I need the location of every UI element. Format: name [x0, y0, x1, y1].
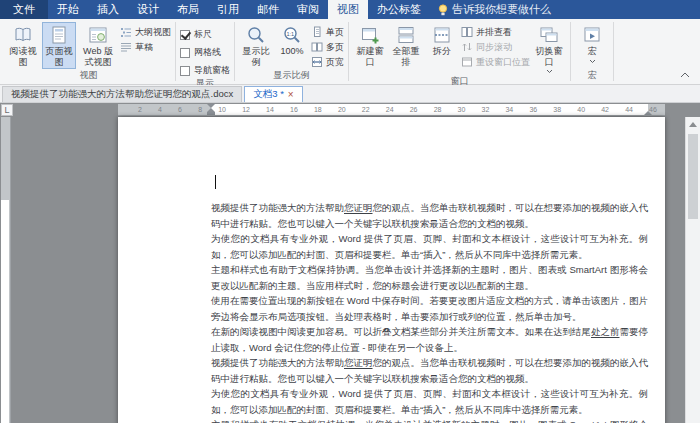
paragraph[interactable]: 使用在需要位置出现的新按钮在 Word 中保存时间。若要更改图片适应文档的方式，… — [211, 293, 648, 324]
navigation-pane-checkbox[interactable]: 导航窗格 — [180, 64, 230, 77]
scrollbar-thumb[interactable] — [688, 134, 698, 219]
multiple-pages-icon — [311, 41, 323, 53]
paragraph[interactable]: 在新的阅读视图中阅读更加容易。可以折叠文档某些部分并关注所需文本。如果在达到结尾… — [211, 324, 648, 355]
ribbon-tab-办公标签[interactable]: 办公标签 — [368, 0, 430, 19]
ruler-number: 22 — [362, 106, 370, 113]
switch-windows-icon — [539, 25, 559, 45]
outline-view-button[interactable]: 大纲视图 — [120, 26, 171, 38]
zoom-100-button[interactable]: 1:1 100% — [275, 22, 309, 69]
ruler-number: 38 — [553, 106, 561, 113]
zoom-icon — [246, 25, 266, 45]
right-indent-marker[interactable] — [644, 111, 652, 115]
show-group: 标尺 网格线 导航窗格 显示 — [176, 19, 234, 84]
gridlines-checkbox-label: 网格线 — [194, 46, 221, 59]
read-mode-label: 阅读视图 — [8, 46, 38, 67]
close-icon[interactable]: × — [288, 90, 294, 100]
views-group: 阅读视图 页面视图 Web 版式视图 — [2, 19, 175, 84]
ribbon-tab-邮件[interactable]: 邮件 — [248, 0, 288, 19]
left-indent-marker[interactable] — [207, 112, 215, 115]
ruler-number: 28 — [434, 106, 442, 113]
ruler-checkbox[interactable]: 标尺 — [180, 28, 230, 41]
doc-tab-label: 文档3 * — [253, 88, 284, 101]
outline-view-icon — [120, 26, 132, 38]
zoom-group: 显示比例 1:1 100% 单页 — [235, 19, 348, 84]
ribbon-tab-布局[interactable]: 布局 — [168, 0, 208, 19]
paragraph[interactable]: 视频提供了功能强大的方法帮助您证明您的观点。当您单击联机视频时，可以在想要添加的… — [211, 355, 648, 386]
ribbon-tab-审阅[interactable]: 审阅 — [288, 0, 328, 19]
paragraph[interactable]: 为使您的文档具有专业外观，Word 提供了页眉、页脚、封面和文本框设计，这些设计… — [211, 231, 648, 262]
vertical-ruler-text-area — [1, 200, 9, 423]
macros-button[interactable]: 宏 — [575, 22, 609, 69]
synchronous-scrolling-button: 同步滚动 — [461, 41, 530, 53]
group-divider — [613, 22, 614, 81]
draft-view-icon — [120, 41, 132, 53]
print-layout-label: 页面视图 — [44, 46, 74, 67]
ribbon-tab-插入[interactable]: 插入 — [88, 0, 128, 19]
paragraph[interactable]: 为使您的文档具有专业外观，Word 提供了页眉、页脚、封面和文本框设计，这些设计… — [211, 386, 648, 417]
ruler-number: 14 — [266, 106, 274, 113]
ribbon-tab-list: 开始插入设计布局引用邮件审阅视图办公标签 — [48, 0, 430, 19]
ruler-checkbox-label: 标尺 — [194, 28, 212, 41]
underlined-text: 处之前 — [591, 326, 620, 337]
gridlines-checkbox[interactable]: 网格线 — [180, 46, 230, 59]
navigation-pane-label: 导航窗格 — [194, 64, 230, 77]
ribbon-tab-引用[interactable]: 引用 — [208, 0, 248, 19]
horizontal-ruler[interactable]: 2468101214161820222426283032343638404244… — [118, 104, 665, 116]
macros-group-label: 宏 — [571, 69, 613, 84]
tell-me-box[interactable]: 告诉我你想要做什么 — [430, 0, 559, 19]
print-layout-button[interactable]: 页面视图 — [42, 22, 76, 69]
ruler-number: 10 — [218, 106, 226, 113]
sync-scrolling-icon — [461, 41, 473, 53]
web-layout-button[interactable]: Web 版式视图 — [78, 22, 118, 69]
ruler-number: 32 — [482, 106, 490, 113]
zoom-group-label: 显示比例 — [235, 69, 348, 84]
multiple-pages-button[interactable]: 多页 — [311, 41, 344, 53]
ribbon-tab-设计[interactable]: 设计 — [128, 0, 168, 19]
reset-window-icon — [461, 56, 473, 68]
new-window-button[interactable]: 新建窗口 — [353, 22, 387, 75]
ribbon-tab-视图[interactable]: 视图 — [328, 0, 368, 19]
ribbon-tab-bar: 文件 开始插入设计布局引用邮件审阅视图办公标签 告诉我你想要做什么 — [0, 0, 700, 19]
doc-tab-label: 视频提供了功能强大的方法帮助您证明您的观点.docx — [11, 88, 233, 101]
collapse-ribbon-button[interactable] — [676, 68, 694, 81]
doc-tab-document3[interactable]: 文档3 * × — [244, 86, 302, 102]
split-button[interactable]: 拆分 — [425, 22, 459, 75]
read-mode-button[interactable]: 阅读视图 — [6, 22, 40, 69]
switch-windows-button[interactable]: 切换窗口 — [532, 22, 566, 75]
one-page-button[interactable]: 单页 — [311, 26, 344, 38]
ruler-number: 6 — [178, 106, 182, 113]
zoom-button[interactable]: 显示比例 — [239, 22, 273, 69]
ruler-number: 16 — [290, 106, 298, 113]
views-group-label: 视图 — [2, 69, 175, 84]
underlined-text: 您证明 — [344, 357, 373, 368]
page-width-button[interactable]: 页宽 — [311, 56, 344, 68]
document-page[interactable]: 视频提供了功能强大的方法帮助您证明您的观点。当您单击联机视频时，可以在想要添加的… — [118, 117, 665, 423]
paragraph[interactable]: 主题和样式也有助于文档保持协调。当您单击设计并选择新的主题时，图片、图表或 Sm… — [211, 417, 648, 423]
tell-me-label: 告诉我你想要做什么 — [452, 2, 551, 17]
zoom-label: 显示比例 — [241, 46, 271, 67]
paragraph[interactable]: 主题和样式也有助于文档保持协调。当您单击设计并选择新的主题时，图片、图表或 Sm… — [211, 262, 648, 293]
scroll-up-button[interactable] — [686, 117, 700, 132]
tab-stop-selector[interactable]: L — [1, 104, 13, 116]
svg-text:1:1: 1:1 — [287, 31, 295, 37]
ribbon-tab-开始[interactable]: 开始 — [48, 0, 88, 19]
arrange-all-button[interactable]: 全部重排 — [389, 22, 423, 75]
doc-tab-video[interactable]: 视频提供了功能强大的方法帮助您证明您的观点.docx — [2, 86, 242, 102]
macros-group: 宏 宏 — [571, 19, 613, 84]
multiple-pages-label: 多页 — [326, 41, 344, 53]
one-page-label: 单页 — [326, 26, 344, 38]
vertical-scrollbar[interactable] — [685, 117, 700, 423]
ruler-number: 8 — [198, 106, 202, 113]
side-by-side-icon — [461, 26, 473, 38]
view-side-by-side-button[interactable]: 并排查看 — [461, 26, 530, 38]
draft-view-button[interactable]: 草稿 — [120, 41, 171, 53]
paragraph[interactable]: 视频提供了功能强大的方法帮助您证明您的观点。当您单击联机视频时，可以在想要添加的… — [211, 200, 648, 231]
vertical-ruler[interactable] — [1, 117, 11, 423]
draft-view-label: 草稿 — [135, 41, 153, 53]
ribbon-tab-file[interactable]: 文件 — [0, 0, 48, 19]
outline-view-label: 大纲视图 — [135, 26, 171, 38]
print-layout-icon — [49, 25, 69, 45]
chevron-down-icon — [546, 69, 553, 74]
window-group: 新建窗口 全部重排 拆分 — [349, 19, 570, 84]
document-text[interactable]: 视频提供了功能强大的方法帮助您证明您的观点。当您单击联机视频时，可以在想要添加的… — [211, 200, 648, 423]
